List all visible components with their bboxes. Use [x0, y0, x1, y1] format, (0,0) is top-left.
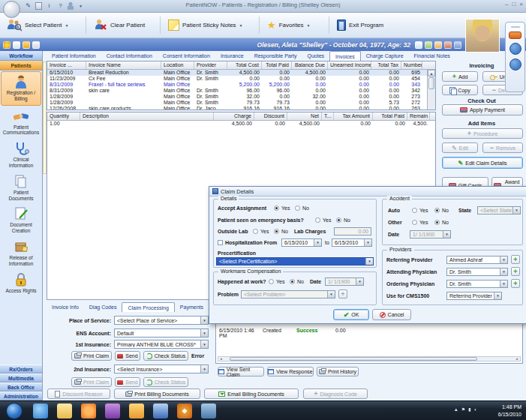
folder-icon[interactable] [57, 404, 72, 418]
auto-yes-radio[interactable] [412, 208, 417, 213]
chevron-down-icon[interactable]: ▼ [314, 239, 321, 246]
invoice-scrollbar[interactable]: ▲ [427, 70, 435, 110]
print-claim-secondary-button[interactable]: Print Claim [71, 377, 112, 387]
table-row[interactable]: 1/28/2009Main OfficeDr. Smith32.000.0032… [47, 94, 435, 100]
column-header[interactable]: Invoice Name [86, 62, 161, 69]
patientnow-app-icon[interactable] [201, 404, 216, 418]
lab-charges-field[interactable]: 0.00 [334, 227, 371, 236]
table-row[interactable]: 1/28/2009Main OfficeDr. Smith79.7379.730… [47, 100, 435, 106]
add-procedure-button[interactable]: +Procedure [442, 128, 523, 139]
column-header[interactable]: Unearned Income [328, 62, 371, 69]
discount-reason-button[interactable]: Discount Reason [47, 388, 110, 399]
monitor-icon[interactable] [509, 43, 521, 55]
scrollbar-thumb[interactable] [428, 77, 434, 89]
action-center-flag-icon[interactable]: ⚑ [461, 406, 465, 412]
tab-financial-notes[interactable]: Financial Notes [409, 51, 455, 61]
scroll-left-icon[interactable]: ◄ [218, 357, 224, 361]
hospitalization-to-date[interactable]: 6/15/2010▼ [332, 238, 372, 247]
add-ordering-physician-button[interactable]: + [511, 279, 520, 288]
column-header[interactable]: Balance Due [292, 62, 328, 69]
chevron-down-icon[interactable]: ▼ [500, 256, 507, 263]
state-select[interactable]: <Select State>▼ [477, 206, 521, 214]
sidebar-section-patients[interactable]: Patients [0, 61, 42, 70]
media-player-icon[interactable] [81, 404, 96, 418]
referring-provider-select[interactable]: Ahmed Ashraf▼ [446, 256, 508, 264]
copy-invoice-button[interactable]: Copy [442, 85, 478, 95]
other-yes-radio[interactable] [412, 220, 417, 225]
view-response-button[interactable]: View Response [267, 367, 314, 376]
messenger-icon[interactable] [105, 404, 120, 418]
tab-diag-codes[interactable]: Diag Codes [84, 302, 122, 312]
pen-icon[interactable] [434, 41, 442, 49]
column-header[interactable]: Invoice ... [47, 62, 86, 69]
table-row[interactable]: 8/31/2009skin careMain OfficeDr. Smith96… [47, 88, 435, 94]
tab-consent-information[interactable]: Consent Information [158, 51, 215, 61]
other-no-radio[interactable] [434, 220, 440, 225]
chevron-down-icon[interactable]: ▼ [500, 280, 507, 287]
chevron-down-icon[interactable]: ▼ [364, 239, 371, 246]
scrollbar-thumb[interactable] [230, 357, 477, 361]
accident-date-field[interactable]: 1/ 1/1900▼ [410, 230, 451, 238]
grip-handle[interactable] [511, 26, 520, 28]
column-header[interactable]: Charge [214, 112, 254, 120]
column-header[interactable]: Tax Amount [334, 112, 373, 120]
column-header[interactable]: Location [161, 62, 194, 69]
tab-payments[interactable]: Payments [175, 302, 209, 312]
print-claim-button[interactable]: Print Claim [71, 351, 112, 361]
sidebar-section-administration[interactable]: Administration [0, 392, 42, 400]
window-icon[interactable] [454, 41, 461, 49]
chevron-down-icon[interactable]: ▼ [200, 365, 208, 373]
tab-quotes[interactable]: Quotes [302, 51, 329, 61]
column-header[interactable]: Number [401, 62, 422, 69]
tab-charge-capture[interactable]: Charge Capture [361, 51, 409, 61]
tasks-checkbox-icon[interactable] [13, 41, 20, 49]
column-header[interactable]: Discount [254, 112, 287, 120]
document-icon[interactable] [415, 41, 422, 49]
sidebar-section-rx-orders[interactable]: Rx/Orders [0, 364, 42, 374]
chevron-down-icon[interactable]: ▼ [365, 258, 373, 265]
add-problem-button[interactable]: + [338, 290, 347, 298]
table-row[interactable]: 1.004,500.000.004,500.000.000.004,500. [47, 121, 435, 127]
mail-icon[interactable] [129, 404, 144, 418]
sidebar-item-clinical-information[interactable]: Clinical Information [0, 139, 42, 172]
add-invoice-button[interactable]: +Add [442, 71, 478, 82]
wc-date-field[interactable]: 1/ 1/1900▼ [325, 278, 364, 286]
second-insurance-select[interactable]: <Select Insurance>▼ [114, 364, 209, 374]
camera-icon[interactable] [509, 32, 521, 39]
volume-icon[interactable]: ◖ [473, 407, 476, 412]
tab-invoices[interactable]: Invoices [329, 51, 361, 61]
column-header[interactable]: Description [80, 112, 214, 120]
sidebar-item-patient-communications[interactable]: Patient Communications [0, 106, 42, 140]
word-processor-icon[interactable] [153, 404, 168, 418]
person-icon[interactable] [444, 41, 452, 49]
ens-account-select[interactable]: Default▼ [114, 328, 209, 338]
maximize-button[interactable]: □ [512, 1, 515, 8]
taskbar-clock[interactable]: 1:48 PM 6/15/2010 [498, 404, 521, 418]
chevron-down-icon[interactable]: ▼ [200, 329, 208, 337]
check-status-button[interactable]: Check Status [143, 351, 188, 361]
print-history-button[interactable]: Print History [317, 367, 359, 376]
column-header[interactable]: T... [322, 112, 334, 120]
tab-patient-information[interactable]: Patient Information [47, 51, 101, 61]
hospitalization-checkbox[interactable] [218, 240, 223, 245]
happened-no-radio[interactable] [290, 279, 295, 284]
column-header[interactable]: Net [287, 112, 322, 120]
scroll-up-icon[interactable]: ▲ [428, 70, 435, 76]
patient-sticky-notes-button[interactable]: Patient Sticky Notes ▼ [164, 15, 247, 35]
attending-physician-select[interactable]: Dr. Smith▼ [446, 268, 508, 276]
photo-app-icon[interactable] [177, 404, 192, 418]
application-menu-button[interactable] [3, 1, 20, 18]
remove-item-button[interactable]: −Remove [482, 142, 523, 153]
table-row[interactable]: 12/26/2008skin care productsMain OfficeD… [47, 106, 435, 110]
check-status-secondary-button[interactable]: Check Status [143, 377, 188, 387]
column-header[interactable]: Quantity [47, 112, 80, 120]
sidebar-item-document-creation[interactable]: Document Creation [0, 204, 42, 237]
column-header[interactable]: Remain [407, 112, 430, 120]
tab-claim-processing[interactable]: Claim Processing [122, 302, 174, 312]
tab-responsible-party[interactable]: Responsible Party [249, 51, 302, 61]
cancel-button[interactable]: Cancel [372, 309, 411, 320]
outside-lab-no-radio[interactable] [274, 229, 279, 234]
column-header[interactable]: Total Tax [371, 62, 401, 69]
emergency-yes-radio[interactable] [315, 218, 320, 223]
hospitalization-from-date[interactable]: 6/15/2010▼ [281, 238, 322, 247]
